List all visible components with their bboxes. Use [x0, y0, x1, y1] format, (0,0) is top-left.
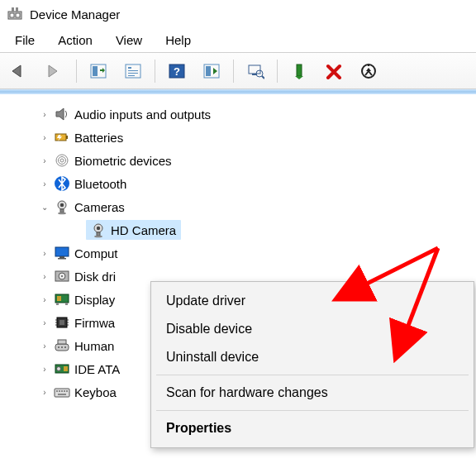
svg-rect-16: [249, 65, 260, 74]
tree-item[interactable]: ›Batteries: [7, 126, 469, 149]
toolbar-separator: [233, 60, 234, 83]
back-button[interactable]: [3, 56, 36, 86]
properties-button[interactable]: [117, 56, 150, 86]
context-menu-item[interactable]: Properties: [151, 414, 474, 442]
menu-view[interactable]: View: [104, 30, 154, 50]
disable-button[interactable]: [352, 56, 385, 86]
tree-item[interactable]: ›Bluetooth: [7, 172, 469, 195]
menu-action[interactable]: Action: [46, 30, 104, 50]
tree-item-label: IDE ATA: [74, 362, 120, 376]
svg-point-61: [57, 367, 61, 371]
context-menu-item[interactable]: Uninstall device: [151, 343, 474, 371]
bluetooth-icon: [53, 174, 71, 193]
hid-icon: [53, 337, 71, 355]
chevron-right-icon[interactable]: ›: [38, 318, 51, 327]
toolbar-separator: [76, 60, 77, 83]
chevron-right-icon[interactable]: ›: [38, 133, 51, 142]
svg-point-31: [58, 213, 66, 215]
tree-item[interactable]: HD Camera: [7, 218, 469, 241]
svg-point-25: [59, 157, 66, 165]
tree-item[interactable]: ›Audio inputs and outputs: [7, 103, 469, 126]
tree-item-label: Human: [74, 339, 114, 353]
chevron-right-icon[interactable]: ›: [38, 249, 51, 258]
chevron-right-icon[interactable]: ›: [38, 295, 51, 304]
tree-item[interactable]: ⌄Cameras: [7, 195, 469, 218]
scan-hardware-button[interactable]: [239, 56, 272, 86]
window-title: Device Manager: [30, 7, 120, 21]
tree-item-label: Cameras: [74, 200, 125, 214]
svg-rect-15: [206, 66, 211, 76]
forward-button[interactable]: [38, 56, 71, 86]
chevron-right-icon[interactable]: ›: [38, 179, 51, 189]
battery-icon: [53, 128, 71, 146]
context-menu-separator: [156, 410, 469, 411]
svg-rect-60: [64, 366, 68, 371]
svg-point-41: [61, 275, 63, 277]
svg-point-33: [97, 227, 100, 230]
svg-rect-64: [59, 390, 60, 392]
disk-icon: [53, 267, 71, 285]
svg-rect-38: [58, 258, 66, 260]
svg-rect-67: [66, 390, 68, 392]
menubar: File Action View Help: [0, 28, 476, 53]
chevron-right-icon[interactable]: ›: [38, 110, 51, 119]
ide-icon: [53, 360, 71, 378]
svg-point-29: [60, 203, 64, 207]
tree-item-label: HD Camera: [111, 223, 176, 237]
svg-rect-47: [60, 320, 64, 325]
context-menu-item[interactable]: Scan for hardware changes: [151, 379, 474, 407]
svg-rect-10: [128, 73, 138, 74]
svg-rect-43: [57, 296, 61, 301]
uninstall-button[interactable]: [317, 56, 350, 86]
scan-button[interactable]: [195, 56, 228, 86]
svg-rect-63: [56, 390, 58, 392]
context-menu: Update driverDisable deviceUninstall dev…: [150, 281, 474, 448]
chevron-down-icon[interactable]: ⌄: [38, 203, 51, 212]
chevron-right-icon[interactable]: ›: [38, 388, 51, 397]
app-icon: [7, 6, 23, 22]
context-menu-item[interactable]: Disable device: [151, 315, 474, 343]
show-hidden-button[interactable]: [82, 56, 115, 86]
svg-text:?: ?: [174, 65, 180, 78]
svg-rect-37: [60, 256, 64, 258]
svg-point-57: [64, 346, 66, 348]
context-menu-item[interactable]: Update driver: [151, 287, 474, 315]
camera-icon: [89, 221, 107, 239]
update-driver-button[interactable]: [283, 56, 316, 86]
svg-point-26: [60, 159, 64, 162]
menu-help[interactable]: Help: [154, 30, 202, 50]
svg-rect-58: [58, 340, 66, 344]
speaker-icon: [53, 105, 71, 123]
tree-item[interactable]: ›Comput: [7, 241, 469, 265]
svg-rect-11: [128, 75, 135, 76]
tree-item-label: Disk dri: [74, 270, 116, 284]
svg-rect-4: [16, 7, 18, 12]
tree-item-label: Display: [74, 293, 115, 307]
tree-item-label: Audio inputs and outputs: [74, 107, 211, 122]
svg-rect-66: [64, 390, 65, 392]
help-button[interactable]: ?: [160, 56, 193, 86]
menu-file[interactable]: File: [3, 30, 46, 50]
svg-rect-23: [66, 136, 68, 139]
toolbar-separator: [155, 60, 155, 83]
tree-item-label: Biometric devices: [74, 154, 172, 168]
tree-item[interactable]: ›Biometric devices: [7, 149, 469, 172]
svg-rect-44: [56, 303, 59, 305]
svg-point-35: [94, 236, 102, 238]
svg-rect-62: [55, 389, 69, 397]
chip-icon: [53, 313, 71, 332]
tree-item-label: Firmwa: [74, 316, 115, 330]
svg-rect-6: [93, 66, 98, 76]
chevron-right-icon[interactable]: ›: [38, 272, 51, 281]
tree-item-label: Bluetooth: [74, 177, 126, 191]
chevron-right-icon[interactable]: ›: [38, 341, 51, 351]
titlebar: Device Manager: [0, 0, 476, 28]
svg-point-55: [58, 346, 60, 348]
svg-rect-45: [65, 303, 68, 305]
toolbar-separator: [277, 60, 278, 83]
chevron-right-icon[interactable]: ›: [38, 365, 51, 374]
svg-rect-8: [128, 67, 131, 69]
svg-rect-36: [55, 247, 69, 256]
tree-item-label: Comput: [74, 246, 118, 260]
chevron-right-icon[interactable]: ›: [38, 156, 51, 165]
